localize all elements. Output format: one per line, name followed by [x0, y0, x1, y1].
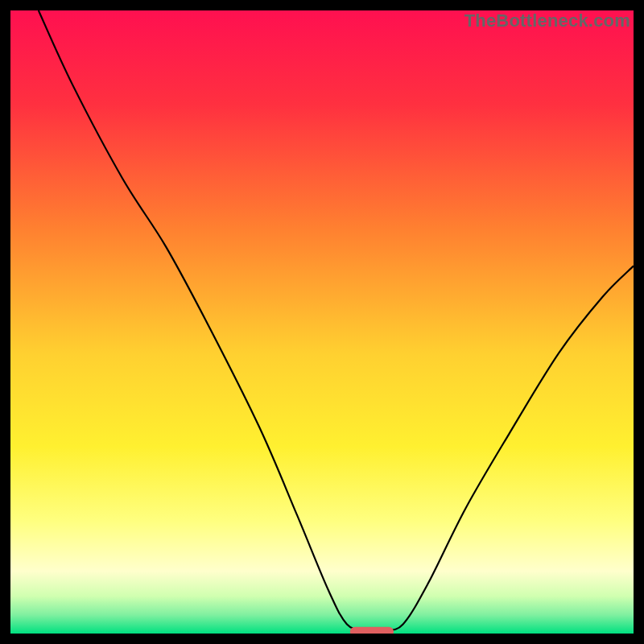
optimal-marker	[350, 627, 394, 634]
plot-area: TheBottleneck.com	[10, 10, 634, 634]
chart-frame: TheBottleneck.com	[0, 0, 644, 644]
watermark-text: TheBottleneck.com	[464, 10, 630, 31]
gradient-background	[10, 10, 634, 634]
chart-svg	[10, 10, 634, 634]
